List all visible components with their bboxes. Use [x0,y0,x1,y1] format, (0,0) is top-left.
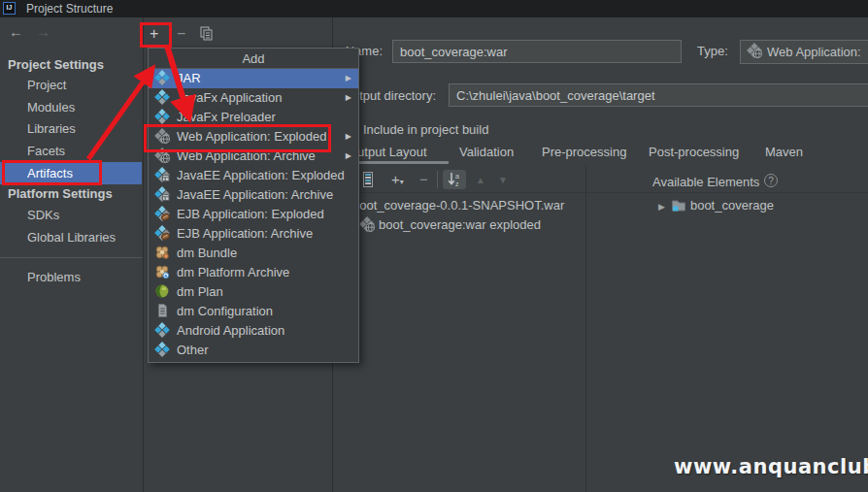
menu-item-javaee-application-exploded[interactable]: JavaEE Application: Exploded [149,166,358,185]
type-select[interactable]: Web Application: [740,40,868,64]
web-artifact-icon [747,43,762,58]
sort-az-icon: a z [447,172,462,187]
move-down-button[interactable]: ▼ [498,175,508,185]
copy-artifact-button[interactable] [200,26,214,45]
menu-item-javaee-application-archive[interactable]: JavaEE Application: Archive [149,185,358,205]
menu-item-label: JavaFx Preloader [177,110,276,124]
tab-post-processing[interactable]: Post-processing [649,145,739,159]
project-structure-dialog: IJ Project Structure ← → + − Project Set… [0,0,868,492]
menu-item-label: JavaEE Application: Exploded [177,168,345,182]
menu-item-dm-platform-archive[interactable]: dm Platform Archive [149,263,358,282]
tree-item-boot-coverage-war-exploded[interactable]: boot_coverage:war exploded [359,215,541,235]
artifact-icon [154,322,170,338]
menu-item-web-application-exploded[interactable]: Web Application: Exploded▶ [149,127,358,147]
title-bar: IJ Project Structure [0,0,868,17]
ejb-artifact-icon [154,206,170,221]
javaee-artifact-icon [154,167,170,182]
window-title: Project Structure [26,2,113,16]
move-up-button[interactable]: ▲ [476,175,485,185]
popup-title: Add [149,49,358,69]
intellij-logo-icon: IJ [3,2,16,15]
javaee-artifact-icon [154,186,170,202]
web-artifact-icon [154,128,170,144]
submenu-arrow-icon: ▶ [346,147,351,166]
sidebar-item-sdks[interactable]: SDKs [0,204,142,226]
menu-item-javafx-preloader[interactable]: JavaFx Preloader [149,108,358,127]
jar-content-icon [362,172,374,188]
tree-item-label: boot_coverage-0.0.1-SNAPSHOT.war [352,198,564,213]
submenu-arrow-icon: ▶ [346,88,351,108]
artifact-icon [154,342,170,357]
selected-tab-underline [346,161,449,164]
output-directory-input[interactable] [449,83,868,107]
copy-icon [200,26,214,41]
menu-item-web-application-archive[interactable]: Web Application: Archive▶ [149,147,358,166]
help-icon[interactable]: ? [764,174,778,187]
tree-item-label: boot_coverage [690,198,774,213]
elements-splitter[interactable] [585,166,586,492]
menu-item-label: EJB Application: Archive [177,226,313,241]
menu-item-ejb-application-exploded[interactable]: EJB Application: Exploded [149,205,358,224]
layout-add-button[interactable]: +▾ [391,171,404,187]
dm-configuration-icon [154,303,170,318]
tab-maven[interactable]: Maven [765,145,803,159]
sort-alphabetically-button[interactable]: a z [443,170,466,189]
remove-artifact-button[interactable]: − [177,25,185,43]
menu-item-javafx-application[interactable]: JavaFx Application▶ [149,88,358,108]
tree-item-boot-coverage-0-0-1-snapshot-war[interactable]: boot_coverage-0.0.1-SNAPSHOT.war [352,196,564,215]
forward-arrow-icon[interactable]: → [36,23,50,40]
menu-item-dm-configuration[interactable]: dm Configuration [149,302,358,321]
name-input[interactable] [392,40,682,63]
menu-item-ejb-application-archive[interactable]: EJB Application: Archive [149,224,358,244]
tree-item-boot-coverage[interactable]: ▶boot_coverage [658,196,774,215]
menu-item-label: EJB Application: Exploded [177,207,324,221]
menu-item-other[interactable]: Other [149,341,358,360]
tab-pre-processing[interactable]: Pre-processing [542,145,626,159]
menu-item-dm-bundle[interactable]: dm Bundle [149,244,358,263]
sidebar-item-problems[interactable]: Problems [0,266,142,288]
header-separator [333,192,868,193]
artifact-icon [154,89,170,105]
type-value: Web Application: [767,45,861,59]
tab-validation[interactable]: Validation [459,145,514,159]
dm-bundle-icon [154,245,170,260]
sidebar-item-facets[interactable]: Facets [0,140,142,162]
ejb-artifact-icon [154,225,170,241]
menu-item-label: Web Application: Archive [177,148,316,163]
svg-text:z: z [455,180,459,187]
include-in-build-label: Include in project build [363,122,488,137]
submenu-arrow-icon: ▶ [346,69,351,88]
menu-item-android-application[interactable]: Android Application [149,321,358,341]
add-popup-menu: Add JAR▶JavaFx Application▶JavaFx Preloa… [148,48,359,363]
sidebar-item-modules[interactable]: Modules [0,96,142,118]
menu-item-label: dm Plan [177,284,223,299]
artifact-icon [154,109,170,124]
sidebar-item-artifacts[interactable]: Artifacts [0,162,142,184]
add-artifact-button[interactable]: + [150,25,158,43]
submenu-arrow-icon: ▶ [346,127,351,147]
available-elements-header: Available Elements [652,175,759,189]
sidebar-item-project[interactable]: Project [0,74,142,96]
svg-text:a: a [455,173,459,180]
menu-item-label: JavaEE Application: Archive [177,187,333,202]
menu-item-label: Android Application [177,323,284,338]
sidebar-splitter[interactable] [143,17,144,492]
web-artifact-icon [359,216,375,232]
show-content-toggle[interactable] [362,172,374,191]
menu-item-dm-plan[interactable]: dm Plan [149,282,358,302]
toolbar-separator [437,171,438,188]
tab-output-layout[interactable]: Output Layout [348,145,427,159]
expand-arrow-icon[interactable]: ▶ [658,202,665,212]
web-artifact-icon [747,43,762,61]
sidebar-header-platform-settings: Platform Settings [0,182,142,205]
sidebar-item-global-libraries[interactable]: Global Libraries [0,226,142,248]
back-arrow-icon[interactable]: ← [9,23,23,40]
watermark: www.anquanclub.cn [674,455,868,478]
menu-item-label: dm Bundle [177,246,237,260]
menu-item-jar[interactable]: JAR▶ [149,69,358,88]
web-artifact-icon [154,148,170,163]
module-folder-icon [671,197,686,213]
layout-remove-button[interactable]: − [419,171,428,187]
sidebar-divider [0,257,143,258]
sidebar-item-libraries[interactable]: Libraries [0,117,142,140]
